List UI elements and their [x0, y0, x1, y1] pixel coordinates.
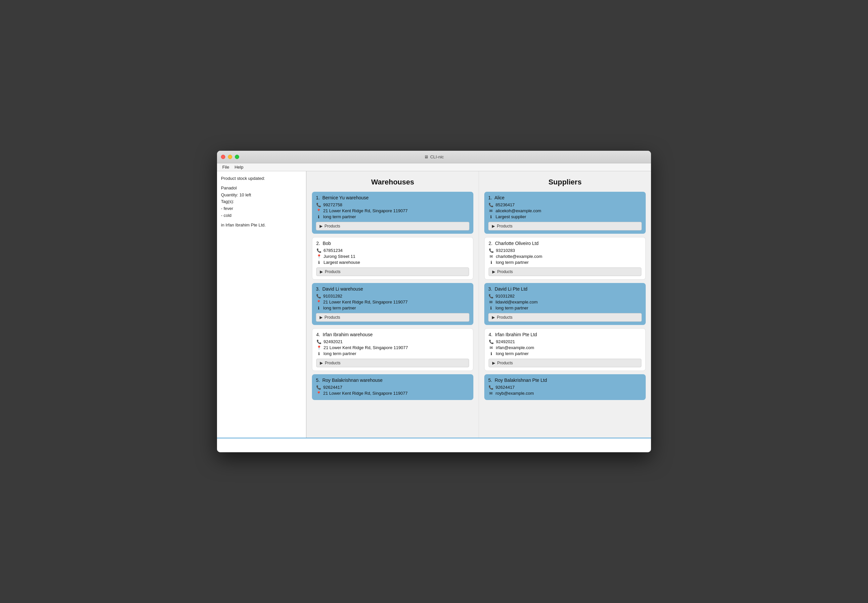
supplier-4-note-row: ℹ long term partner	[488, 351, 642, 356]
command-input[interactable]	[220, 441, 648, 449]
supplier-3-header: 3. David Li Pte Ltd	[488, 286, 642, 292]
sidebar-line-5: Tag(s):	[221, 198, 302, 205]
supplier-1-products-button[interactable]: ▶ Products	[488, 222, 642, 230]
phone-icon: 📞	[316, 385, 321, 390]
sidebar-line-3: Panadol	[221, 185, 302, 192]
supplier-card-2: 2. Charlotte Oliveiro Ltd 📞 93210283 ✉ c…	[484, 237, 646, 280]
supplier-1-header: 1. Alice	[488, 195, 642, 200]
supplier-5-email-row: ✉ royb@example.com	[488, 391, 642, 396]
info-icon: ℹ	[316, 260, 321, 265]
location-icon: 📍	[316, 300, 321, 305]
menu-help[interactable]: Help	[232, 164, 246, 170]
warehouses-panel: Warehouses 1. Bernice Yu warehouse 📞 992…	[306, 171, 479, 438]
terminal-icon: 🖥	[424, 155, 428, 159]
warehouse-1-header: 1. Bernice Yu warehouse	[316, 195, 470, 200]
traffic-lights	[221, 155, 239, 159]
title-bar: 🖥 CLI-nic	[217, 151, 651, 163]
email-icon: ✉	[488, 300, 494, 305]
expand-icon: ▶	[492, 315, 495, 320]
phone-icon: 📞	[316, 340, 321, 344]
phone-icon: 📞	[488, 203, 494, 207]
expand-icon: ▶	[492, 361, 495, 365]
warehouse-5-phone-row: 📞 92624417	[316, 385, 470, 390]
expand-icon: ▶	[320, 269, 323, 274]
warehouse-card-2: 2. Bob 📞 67851234 📍 Jurong Street 11 ℹ	[312, 237, 473, 280]
sidebar: Product stock updated: Panadol Quantity:…	[217, 171, 306, 438]
warehouse-1-address-row: 📍 21 Lower Kent Ridge Rd, Singapore 1190…	[316, 208, 470, 213]
warehouse-card-4: 4. Irfan Ibrahim warehouse 📞 92492021 📍 …	[312, 328, 473, 371]
supplier-3-note-row: ℹ long term partner	[488, 305, 642, 311]
warehouse-3-phone-row: 📞 91031282	[316, 294, 470, 298]
warehouse-1-products-button[interactable]: ▶ Products	[316, 222, 470, 230]
supplier-2-header: 2. Charlotte Oliveiro Ltd	[488, 241, 642, 246]
close-button[interactable]	[221, 155, 225, 159]
warehouse-card-3: 3. David Li warehouse 📞 91031282 📍 21 Lo…	[312, 283, 473, 325]
supplier-5-phone-row: 📞 92624417	[488, 385, 642, 390]
email-icon: ✉	[488, 391, 494, 396]
warehouse-2-products-button[interactable]: ▶ Products	[316, 267, 469, 276]
supplier-3-products-button[interactable]: ▶ Products	[488, 313, 642, 322]
supplier-4-phone-row: 📞 92492021	[488, 339, 642, 344]
warehouses-list[interactable]: 1. Bernice Yu warehouse 📞 99272758 📍 21 …	[307, 192, 479, 438]
supplier-4-email-row: ✉ irfan@example.com	[488, 345, 642, 350]
supplier-2-products-button[interactable]: ▶ Products	[488, 267, 642, 276]
warehouse-2-address-row: 📍 Jurong Street 11	[316, 254, 469, 259]
maximize-button[interactable]	[235, 155, 239, 159]
supplier-4-header: 4. Irfan Ibrahim Pte Ltd	[488, 332, 642, 337]
location-icon: 📍	[316, 209, 321, 213]
suppliers-list[interactable]: 1. Alice 📞 85236417 ✉ alicekoh@example.c…	[479, 192, 651, 438]
warehouse-2-note-row: ℹ Largest warehouse	[316, 260, 469, 265]
phone-icon: 📞	[488, 385, 494, 390]
expand-icon: ▶	[492, 224, 495, 229]
sidebar-line-4: Quantity: 10 left	[221, 192, 302, 199]
supplier-4-products-button[interactable]: ▶ Products	[488, 359, 642, 367]
expand-icon: ▶	[492, 269, 495, 274]
warehouse-4-note-row: ℹ long term partner	[316, 351, 469, 356]
sidebar-line-1: Product stock updated:	[221, 175, 302, 182]
location-icon: 📍	[316, 391, 321, 396]
warehouse-4-address-row: 📍 21 Lower Kent Ridge Rd, Singapore 1190…	[316, 345, 469, 350]
phone-icon: 📞	[488, 248, 494, 253]
supplier-1-phone-row: 📞 85236417	[488, 203, 642, 207]
warehouse-5-header: 5. Roy Balakrishnan warehouse	[316, 377, 470, 383]
warehouse-2-header: 2. Bob	[316, 241, 469, 246]
phone-icon: 📞	[316, 248, 321, 253]
info-icon: ℹ	[488, 215, 494, 219]
command-bar	[217, 438, 651, 452]
phone-icon: 📞	[488, 294, 494, 298]
supplier-1-email-row: ✉ alicekoh@example.com	[488, 208, 642, 213]
supplier-5-header: 5. Roy Balakrishnan Pte Ltd	[488, 377, 642, 383]
menu-file[interactable]: File	[220, 164, 232, 170]
supplier-3-phone-row: 📞 91031282	[488, 294, 642, 298]
expand-icon: ▶	[319, 315, 322, 320]
sidebar-spacer-2	[221, 219, 302, 222]
expand-icon: ▶	[319, 224, 322, 229]
minimize-button[interactable]	[228, 155, 232, 159]
supplier-2-phone-row: 📞 93210283	[488, 248, 642, 253]
supplier-1-note-row: ℹ Largest supplier	[488, 214, 642, 219]
warehouse-2-phone-row: 📞 67851234	[316, 248, 469, 253]
supplier-3-email-row: ✉ lidavid@example.com	[488, 300, 642, 305]
window-title: 🖥 CLI-nic	[424, 155, 443, 159]
warehouse-3-address-row: 📍 21 Lower Kent Ridge Rd, Singapore 1190…	[316, 300, 470, 305]
info-icon: ℹ	[488, 351, 494, 356]
warehouse-3-note-row: ℹ long term partner	[316, 305, 470, 311]
warehouse-4-products-button[interactable]: ▶ Products	[316, 359, 469, 367]
warehouse-card-5: 5. Roy Balakrishnan warehouse 📞 92624417…	[312, 374, 473, 400]
warehouse-1-phone-row: 📞 99272758	[316, 203, 470, 207]
supplier-2-email-row: ✉ charlotte@example.com	[488, 254, 642, 259]
warehouse-5-address-row: 📍 21 Lower Kent Ridge Rd, Singapore 1190…	[316, 391, 470, 396]
info-icon: ℹ	[316, 306, 321, 311]
app-window: 🖥 CLI-nic File Help Product stock update…	[217, 151, 651, 452]
warehouses-title: Warehouses	[307, 171, 479, 192]
warehouse-3-products-button[interactable]: ▶ Products	[316, 313, 470, 322]
email-icon: ✉	[488, 254, 494, 259]
supplier-2-note-row: ℹ long term partner	[488, 260, 642, 265]
warehouse-1-note-row: ℹ long term partner	[316, 214, 470, 219]
info-icon: ℹ	[316, 351, 321, 356]
warehouse-4-header: 4. Irfan Ibrahim warehouse	[316, 332, 469, 337]
warehouse-3-header: 3. David Li warehouse	[316, 286, 470, 292]
suppliers-panel: Suppliers 1. Alice 📞 85236417 ✉	[479, 171, 651, 438]
phone-icon: 📞	[316, 203, 321, 207]
expand-icon: ▶	[320, 361, 323, 365]
